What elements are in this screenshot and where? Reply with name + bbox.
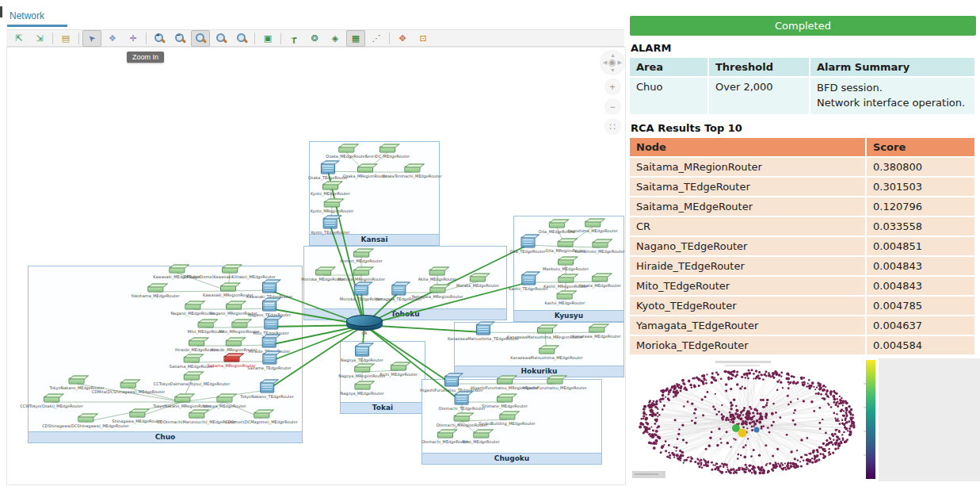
status-banner: Completed xyxy=(630,16,976,36)
rca-row: Saitama_TEdgeRouter0.301503 xyxy=(630,177,975,197)
app-window: Network ⇱⇲▤➤❖✛+−▣┲❂◈▦⋰✥⊡ KansaiTohokuKyu… xyxy=(0,0,980,494)
alarm-cell: Chuo xyxy=(630,77,708,115)
toolbar-separator xyxy=(254,33,255,44)
circular-layout-icon[interactable]: ❂ xyxy=(305,30,324,47)
zoom-fit-icon[interactable] xyxy=(191,30,210,47)
rca-cell: 0.380800 xyxy=(866,157,975,177)
column-header: Area xyxy=(630,58,708,77)
rca-cell: CR xyxy=(630,216,866,236)
rca-cell: 0.004843 xyxy=(866,276,975,296)
toolbar-separator xyxy=(78,33,79,44)
rca-row: Mito_TEdgeRouter0.004843 xyxy=(630,276,975,296)
column-header: Score xyxy=(866,138,975,157)
column-header: Alarm Summary xyxy=(810,58,975,77)
rca-cell: 0.004637 xyxy=(866,316,975,335)
load-network-icon[interactable]: ⇱ xyxy=(10,30,29,47)
column-header: Threshold xyxy=(708,58,810,77)
rca-row: Saitama_MEdgeRouter0.120796 xyxy=(630,197,975,216)
rca-cell: Saitama_MRegionRouter xyxy=(630,157,866,177)
pan-left-icon[interactable]: ◀ xyxy=(603,59,607,65)
rca-cell: 0.301503 xyxy=(866,177,975,197)
symmetric-layout-icon[interactable]: ◈ xyxy=(326,30,345,47)
organic-layout-icon[interactable]: ⋰ xyxy=(367,30,386,47)
print-icon[interactable]: ▤ xyxy=(56,30,75,47)
save-network-icon[interactable]: ⇲ xyxy=(30,30,49,47)
rca-row: Kyoto_TEdgeRouter0.004785 xyxy=(630,296,975,316)
overview-icon[interactable]: ⊡ xyxy=(414,30,433,47)
fit-view-button[interactable]: ∷ xyxy=(605,119,620,134)
rca-table: NodeScore Saitama_MRegionRouter0.380800S… xyxy=(630,138,976,356)
alarm-section-title: ALARM xyxy=(631,42,976,54)
rca-section-title: RCA Results Top 10 xyxy=(631,122,976,134)
graph-colorbar xyxy=(866,360,875,479)
pan-control[interactable]: ▲ ▼ ◀ ▶ ◉ xyxy=(601,51,624,75)
alarm-table: AreaThresholdAlarm Summary ChuoOver 2,00… xyxy=(630,58,976,116)
hierarchical-layout-icon[interactable]: ┲ xyxy=(284,30,303,47)
pan-down-icon[interactable]: ▼ xyxy=(610,67,616,73)
zoom-in-icon[interactable]: + xyxy=(150,30,169,47)
toolbar-separator xyxy=(389,33,390,44)
rca-cell: Saitama_TEdgeRouter xyxy=(630,177,866,197)
toolbar-separator xyxy=(146,33,147,44)
toolbar-separator xyxy=(52,33,53,44)
zoom-in-tooltip: Zoom In xyxy=(127,52,164,63)
zoom-out-icon[interactable]: − xyxy=(170,30,189,47)
rca-cell: 0.004851 xyxy=(866,236,975,256)
canvas-nav-controls: ▲ ▼ ◀ ▶ ◉ + − ∷ xyxy=(598,51,627,134)
rca-row: Saitama_MRegionRouter0.380800 xyxy=(630,157,975,177)
topology-canvas[interactable] xyxy=(6,47,626,485)
rca-cell: Morioka_TEdgeRouter xyxy=(630,335,866,355)
network-toolbar: ⇱⇲▤➤❖✛+−▣┲❂◈▦⋰✥⊡ xyxy=(6,29,624,47)
fit-window-icon[interactable]: ✥ xyxy=(393,30,412,47)
move-icon[interactable]: ✛ xyxy=(124,30,143,47)
pan-right-icon[interactable]: ▶ xyxy=(618,59,622,65)
rca-cell: 0.120796 xyxy=(866,197,975,216)
rca-cell: Nagano_TEdgeRouter xyxy=(630,236,866,256)
rca-cell: 0.004584 xyxy=(866,335,975,355)
pan-icon[interactable]: ❖ xyxy=(103,30,122,47)
rca-cell: Saitama_MEdgeRouter xyxy=(630,197,866,216)
toolbar-separator xyxy=(280,33,281,44)
rca-row: Nagano_TEdgeRouter0.004851 xyxy=(630,236,975,256)
fit-content-icon[interactable]: ▣ xyxy=(258,30,277,47)
rca-cell: Yamagata_TEdgeRouter xyxy=(630,316,866,335)
zoom-selection-icon[interactable] xyxy=(212,30,231,47)
rca-network-graph xyxy=(630,358,980,484)
rca-cell: 0.004785 xyxy=(866,296,975,316)
rca-cell: Mito_TEdgeRouter xyxy=(630,276,866,296)
rca-cell: 0.004843 xyxy=(866,256,975,276)
pan-center-icon[interactable]: ◉ xyxy=(608,58,616,67)
zoom-reset-icon[interactable] xyxy=(232,30,251,47)
rca-cell: 0.033558 xyxy=(866,216,975,236)
results-panel: Completed ALARM AreaThresholdAlarm Summa… xyxy=(630,16,976,356)
rca-cell: Kyoto_TEdgeRouter xyxy=(630,296,866,316)
alarm-row: ChuoOver 2,000BFD session.Network interf… xyxy=(630,77,975,115)
rca-row: CR0.033558 xyxy=(630,216,975,236)
alarm-cell: Over 2,000 xyxy=(708,77,810,115)
tab-network[interactable]: Network xyxy=(10,10,44,21)
rca-cell: Hiraide_TEdgeRouter xyxy=(630,256,866,276)
rca-row: Hiraide_TEdgeRouter0.004843 xyxy=(630,256,975,276)
alarm-cell: BFD session.Network interface operation. xyxy=(810,77,975,115)
column-header: Node xyxy=(630,138,866,157)
zoom-in-button[interactable]: + xyxy=(605,79,620,94)
zoom-out-button[interactable]: − xyxy=(605,99,620,114)
rca-row: Yamagata_TEdgeRouter0.004637 xyxy=(630,316,975,335)
grid-layout-icon[interactable]: ▦ xyxy=(346,30,365,47)
select-cursor-icon[interactable]: ➤ xyxy=(82,30,101,47)
rca-row: Morioka_TEdgeRouter0.004584 xyxy=(630,335,975,355)
window-edge xyxy=(0,6,2,17)
tab-active-indicator xyxy=(7,25,67,27)
